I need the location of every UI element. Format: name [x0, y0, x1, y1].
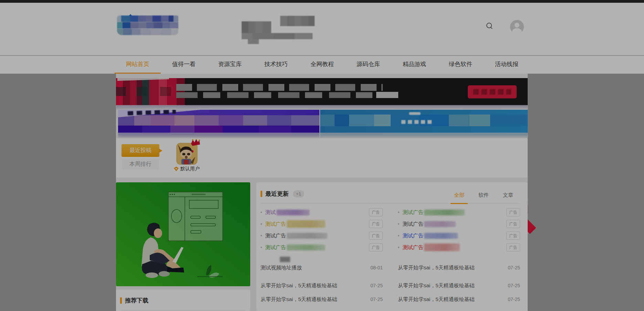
recommend-title: 推荐下载: [125, 297, 148, 304]
bullet-dot: [261, 247, 262, 248]
post-list: 从零开始学sai，5天精通板绘基础 07-25 从零开始学sai，5天精通板绘基…: [398, 261, 520, 306]
post-title[interactable]: 测试: [265, 209, 276, 216]
ad-list-item[interactable]: 测试广告 广告: [398, 242, 520, 253]
avatar-icon: [515, 23, 519, 28]
carousel-slide-main[interactable]: [116, 78, 528, 105]
search-button[interactable]: [483, 20, 496, 32]
post-title[interactable]: 测试广告: [265, 233, 286, 239]
post-title[interactable]: 测试广告: [265, 244, 286, 251]
redacted-blur: [287, 220, 325, 228]
banner-red-mosaic: [116, 78, 185, 105]
site-logo-blurred[interactable]: [117, 15, 178, 35]
nav-item-tips[interactable]: 技术技巧: [253, 56, 299, 74]
post-title[interactable]: 从零开始学sai，5天精通板绘基础: [398, 296, 475, 303]
ad-list-item[interactable]: 测试广告 广告: [261, 218, 383, 230]
post-list-item[interactable]: 从零开始学sai，5天精通板绘基础 07-25: [261, 292, 383, 306]
banner-text-blurred: [176, 84, 383, 91]
updates-column-left: 测试 广告 测试广告 广告 测试广告 广告: [261, 206, 383, 306]
featured-image-card[interactable]: [116, 182, 250, 286]
post-title[interactable]: 从零开始学sai，5天精通板绘基础: [398, 282, 475, 289]
post-date: 08-01: [370, 265, 383, 270]
post-list-item[interactable]: 从零开始学sai，5天精通板绘基础 07-25: [261, 279, 383, 292]
post-title[interactable]: 从零开始学sai，5天精通板绘基础: [261, 282, 337, 289]
redacted-blur: [287, 233, 327, 239]
post-title[interactable]: 从零开始学sai，5天精通板绘基础: [398, 265, 475, 271]
ad-list-item[interactable]: 测试广告 广告: [398, 230, 520, 242]
nav-item-source-code[interactable]: 源码仓库: [345, 56, 391, 74]
ad-badge: 广告: [369, 232, 383, 240]
carousel-slide-blue[interactable]: [320, 110, 528, 133]
site-header: [0, 3, 644, 55]
updates-tabs: 全部 软件 文章: [453, 191, 514, 204]
post-title[interactable]: 测试广告: [403, 209, 423, 216]
ad-list-item[interactable]: 测试广告 广告: [261, 230, 383, 242]
carousel-slide-purple[interactable]: [118, 110, 319, 133]
ad-badge: 广告: [506, 220, 520, 228]
search-icon: [486, 22, 493, 30]
banner-cta-button[interactable]: [468, 85, 517, 98]
post-list-item[interactable]: 测试视频地址播放 08-01: [261, 261, 383, 275]
post-date: 07-25: [508, 297, 520, 302]
post-list-item[interactable]: 从零开始学sai，5天精通板绘基础 07-25: [398, 261, 520, 275]
ad-badge: 广告: [506, 208, 520, 216]
recommend-download-card: 推荐下载: [116, 290, 250, 311]
user-name[interactable]: 默认用户: [180, 166, 200, 172]
crown-icon: [191, 139, 200, 146]
bullet-dot: [398, 235, 399, 236]
coder-illustration: [116, 182, 250, 286]
updates-header: 最近更新 +1 全部 软件 文章: [261, 189, 520, 204]
post-list-item[interactable]: 从零开始学sai，5天精通板绘基础 07-25: [398, 292, 520, 306]
nav-item-resources[interactable]: 资源宝库: [207, 56, 253, 74]
section-accent-bar: [261, 191, 262, 197]
bullet-dot: [398, 247, 399, 248]
ad-badge: 广告: [369, 243, 383, 251]
header-text-blurred: [242, 16, 315, 40]
weekly-rank-tab[interactable]: 本周排行: [122, 159, 159, 170]
updates-column-right: 测试广告 广告 测试广告 广告 测试广告 广告: [398, 206, 520, 306]
post-title[interactable]: 测试广告: [265, 221, 286, 227]
post-title[interactable]: 测试广告: [403, 233, 423, 239]
header-avatar-button[interactable]: [510, 20, 524, 34]
post-title[interactable]: 测试广告: [403, 244, 423, 251]
tab-software[interactable]: 软件: [478, 191, 489, 204]
nav-item-tutorials[interactable]: 全网教程: [299, 56, 345, 74]
nav-item-activities[interactable]: 活动线报: [484, 56, 530, 74]
updates-title: 最近更新: [265, 190, 289, 198]
ad-badge: 广告: [506, 232, 520, 240]
redacted-blur: [280, 257, 290, 262]
tab-all[interactable]: 全部: [453, 191, 465, 204]
user-avatar[interactable]: [177, 143, 197, 164]
post-title[interactable]: 测试广告: [403, 221, 423, 227]
redacted-blur: [424, 244, 460, 251]
ad-badge: 广告: [506, 243, 520, 251]
post-title[interactable]: 测试视频地址播放: [261, 265, 302, 271]
browser-edge-strip: [0, 0, 644, 3]
bullet-dot: [261, 212, 262, 213]
ad-list-item[interactable]: 测试 广告: [261, 206, 383, 218]
bullet-dot: [398, 223, 399, 225]
main-nav: 网站首页 值得一看 资源宝库 技术技巧 全网教程 源码仓库 精品游戏 绿色软件 …: [0, 56, 644, 74]
post-title[interactable]: 从零开始学sai，5天精通板绘基础: [261, 296, 337, 303]
ad-badge: 广告: [369, 220, 383, 228]
banner-reflection: [320, 133, 528, 138]
recent-updates-card: 最近更新 +1 全部 软件 文章 测试 广告: [256, 182, 528, 311]
nav-item-games[interactable]: 精品游戏: [391, 56, 437, 74]
post-list-item[interactable]: 从零开始学sai，5天精通板绘基础 07-25: [398, 279, 520, 292]
post-date: 07-25: [508, 265, 520, 270]
new-count-badge: +1: [293, 190, 304, 197]
ad-badge: 广告: [369, 208, 383, 216]
recent-posts-tab[interactable]: 最近投稿: [122, 144, 159, 157]
ad-list-item[interactable]: 测试广告 广告: [398, 218, 520, 230]
content-wrapper: 最近投稿 本周排行: [116, 74, 528, 311]
banner-reflection: [116, 105, 528, 110]
nav-item-software[interactable]: 绿色软件: [437, 56, 484, 74]
post-date: 07-25: [370, 297, 383, 302]
ad-list-item[interactable]: 测试广告 广告: [398, 206, 520, 218]
section-accent-bar: [120, 297, 122, 304]
tab-article[interactable]: 文章: [502, 191, 514, 204]
nav-item-home[interactable]: 网站首页: [115, 56, 161, 74]
ad-list-item[interactable]: 测试广告 广告: [261, 242, 383, 253]
redacted-blur: [424, 210, 465, 215]
page: 网站首页 值得一看 资源宝库 技术技巧 全网教程 源码仓库 精品游戏 绿色软件 …: [0, 0, 644, 311]
nav-item-worth-seeing[interactable]: 值得一看: [161, 56, 207, 74]
